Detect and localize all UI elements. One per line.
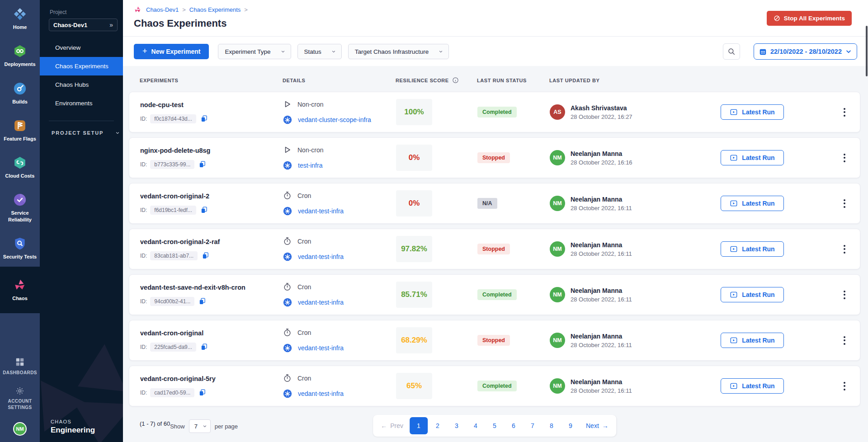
sidebar-item-builds[interactable]: Builds: [0, 75, 40, 112]
infrastructure-link[interactable]: vedant-test-infra: [298, 299, 344, 306]
search-button[interactable]: [723, 43, 740, 60]
action-cell: Latest Run: [721, 241, 829, 257]
nav-item-chaos-hubs[interactable]: Chaos Hubs: [40, 75, 123, 94]
latest-run-button[interactable]: Latest Run: [721, 104, 784, 120]
avatar: NM: [550, 196, 565, 211]
page-size-select[interactable]: 7: [189, 419, 211, 433]
breadcrumb-project[interactable]: Chaos-Dev1: [146, 6, 179, 13]
infrastructure-link[interactable]: vedant-test-infra: [298, 207, 344, 215]
page-button-1[interactable]: 1: [410, 417, 428, 434]
infrastructure-link[interactable]: vedant-cluster-scope-infra: [298, 116, 371, 123]
per-page-label: per page: [215, 423, 238, 430]
next-page-button[interactable]: Next →: [580, 417, 614, 434]
sidebar-item-dashboards[interactable]: DASHBOARDS: [2, 352, 38, 381]
chevron-down-icon: [845, 48, 852, 55]
filter-status[interactable]: Status: [297, 44, 342, 59]
experiment-name[interactable]: node-cpu-test: [140, 101, 283, 108]
table-row: vedant-cron-original-2-raf ID: 83cab181-…: [129, 229, 860, 269]
experiment-name[interactable]: vedant-test-save-nd-exit-v8h-cron: [140, 284, 283, 291]
project-setup-label: PROJECT SETUP: [52, 130, 104, 136]
cron-stopwatch-icon: [283, 328, 292, 337]
page-button-7[interactable]: 7: [524, 417, 542, 434]
latest-run-button[interactable]: Latest Run: [721, 150, 784, 165]
stop-all-experiments-button[interactable]: Stop All Experiments: [767, 11, 852, 26]
latest-run-button[interactable]: Latest Run: [721, 333, 784, 348]
copy-icon[interactable]: [198, 389, 206, 396]
sidebar-item-service-reliability[interactable]: Service Reliability: [0, 186, 40, 230]
nav-item-overview[interactable]: Overview: [40, 38, 123, 57]
new-experiment-label: New Experiment: [151, 48, 201, 55]
sidebar-item-feature-flags[interactable]: Feature Flags: [0, 112, 40, 149]
sidebar-item-deployments[interactable]: Deployments: [0, 37, 40, 74]
resilience-score-box: 0%: [396, 190, 432, 216]
nav-item-environments[interactable]: Environments: [40, 94, 123, 113]
kebab-menu-icon[interactable]: [841, 334, 848, 348]
copy-icon[interactable]: [200, 206, 208, 214]
project-setup-toggle[interactable]: PROJECT SETUP: [40, 121, 123, 136]
feature-flags-icon: [13, 119, 27, 132]
page-button-3[interactable]: 3: [448, 417, 466, 434]
kebab-menu-icon[interactable]: [841, 105, 848, 119]
nav-item-chaos-experiments[interactable]: Chaos Experiments: [40, 57, 123, 75]
infrastructure-link[interactable]: vedant-test-infra: [298, 253, 344, 260]
latest-run-button[interactable]: Latest Run: [721, 241, 784, 257]
infrastructure-link[interactable]: test-infra: [298, 162, 322, 169]
experiment-name[interactable]: vedant-cron-original: [140, 329, 283, 337]
info-icon[interactable]: [452, 77, 459, 84]
resilience-score-value: 0%: [409, 199, 420, 208]
copy-icon[interactable]: [198, 297, 206, 305]
sidebar-item-security-tests[interactable]: Security Tests: [0, 230, 40, 267]
kebab-menu-icon[interactable]: [841, 197, 848, 211]
experiment-name[interactable]: vedant-cron-original-2-raf: [140, 238, 283, 245]
sidebar-item-home[interactable]: Home: [0, 0, 40, 37]
kebab-menu-icon[interactable]: [841, 242, 848, 256]
page-button-5[interactable]: 5: [486, 417, 504, 434]
page-button-9[interactable]: 9: [561, 417, 580, 434]
page-button-4[interactable]: 4: [467, 417, 485, 434]
copy-icon[interactable]: [198, 160, 206, 168]
expand-project-icon[interactable]: »: [109, 21, 113, 28]
kebab-menu-icon[interactable]: [841, 288, 848, 302]
status-cell: N/A: [477, 198, 550, 209]
pagination-bar: (1 - 7) of 60 ← Prev 123456789 Next → Sh…: [129, 414, 860, 442]
sidebar-item-account-settings[interactable]: ACCOUNT SETTINGS: [0, 381, 40, 416]
experiment-id-value: 94cd00b2-41...: [150, 297, 194, 306]
kebab-menu-icon[interactable]: [841, 151, 848, 165]
cron-stopwatch-icon: [283, 191, 292, 200]
latest-run-button[interactable]: Latest Run: [721, 196, 784, 211]
user-avatar[interactable]: NM: [13, 422, 27, 436]
experiment-name[interactable]: vedant-cron-original-5ry: [140, 375, 283, 382]
infrastructure-link[interactable]: vedant-test-infra: [298, 390, 344, 397]
breadcrumb-page[interactable]: Chaos Experiments: [189, 6, 241, 13]
dashboards-grid-icon: [15, 357, 25, 367]
updated-by-cell: NM Neelanjan Manna 28 October 2022, 16:1…: [550, 241, 721, 257]
copy-icon[interactable]: [200, 343, 208, 351]
latest-run-button[interactable]: Latest Run: [721, 287, 784, 302]
copy-icon[interactable]: [202, 252, 209, 259]
new-experiment-button[interactable]: + New Experiment: [134, 44, 209, 59]
copy-icon[interactable]: [200, 115, 208, 122]
experiment-name[interactable]: vedant-cron-original-2: [140, 193, 283, 200]
filter-experiment-type[interactable]: Experiment Type: [218, 44, 291, 59]
filter-target-chaos-infrastructure[interactable]: Target Chaos Infrastructure: [348, 44, 449, 59]
kebab-menu-icon[interactable]: [841, 379, 848, 393]
sidebar-item-cloud-costs[interactable]: Cloud Costs: [0, 149, 40, 186]
updated-at-timestamp: 28 October 2022, 16:16: [571, 159, 632, 166]
page-button-2[interactable]: 2: [429, 417, 447, 434]
resilience-score-cell: 0%: [396, 190, 477, 216]
schedule-type-label: Non-cron: [297, 101, 324, 108]
vertical-scrollbar[interactable]: [866, 26, 868, 76]
date-range-picker[interactable]: 22/10/2022 - 28/10/2022: [754, 43, 857, 60]
updated-by-name: Neelanjan Manna: [571, 378, 632, 386]
column-resilience-score: RESILIENCE SCORE: [396, 77, 477, 84]
infrastructure-link[interactable]: vedant-test-infra: [298, 344, 344, 352]
prev-page-button[interactable]: ← Prev: [375, 417, 409, 434]
project-selector[interactable]: Chaos-Dev1 »: [49, 19, 118, 31]
experiment-name[interactable]: nginx-pod-delete-u8sg: [140, 147, 283, 154]
page-button-6[interactable]: 6: [505, 417, 523, 434]
search-icon: [727, 47, 736, 56]
latest-run-button[interactable]: Latest Run: [721, 378, 784, 394]
page-button-8[interactable]: 8: [542, 417, 561, 434]
sidebar-item-chaos[interactable]: Chaos: [0, 267, 40, 313]
page-size-control: Show 7 per page: [170, 419, 238, 433]
